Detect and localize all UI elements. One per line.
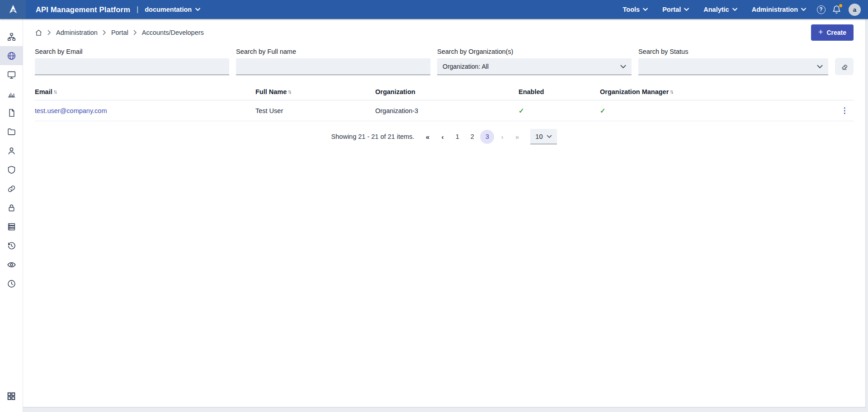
filter-email: Search by Email [35, 48, 229, 75]
column-header-full-name[interactable]: Full Name ↑↓ [255, 88, 375, 95]
menu-administration[interactable]: Administration [745, 0, 813, 19]
cell-enabled: ✓ [519, 107, 600, 115]
sidebar-item-history[interactable] [0, 236, 23, 255]
filter-status-label: Search by Status [638, 48, 828, 55]
sidebar-item-servers[interactable] [0, 217, 23, 236]
history-icon [7, 241, 16, 251]
notifications-button[interactable] [829, 2, 844, 17]
table-header-row: Email ↑↓ Full Name ↑↓ Organization Enabl… [35, 83, 854, 100]
row-actions-kebab-icon[interactable]: ⋮ [835, 107, 854, 114]
email-search-input[interactable] [35, 58, 229, 75]
filter-status: Search by Status [638, 48, 828, 75]
sidebar-item-apps[interactable] [0, 387, 23, 406]
menu-tools-label: Tools [623, 6, 640, 13]
cell-organization-manager: ✓ [600, 107, 835, 115]
email-link[interactable]: test.user@company.com [35, 107, 107, 114]
sort-icon[interactable]: ↑↓ [670, 89, 674, 95]
chevron-right-icon [133, 30, 137, 35]
folder-icon [7, 127, 16, 137]
sidebar-item-audit[interactable] [0, 255, 23, 274]
chevron-down-icon [547, 135, 552, 138]
sitemap-icon [7, 32, 16, 42]
page-size-select[interactable]: 10 [530, 129, 557, 144]
organization-select[interactable]: Organization: All [437, 58, 632, 75]
column-header-organization: Organization [375, 88, 519, 95]
check-icon: ✓ [519, 107, 524, 114]
check-icon: ✓ [600, 107, 606, 114]
column-header-email-label: Email [35, 88, 52, 95]
pagination: Showing 21 - 21 of 21 items. « ‹ 1 2 3 ›… [35, 129, 854, 144]
column-header-organization-manager[interactable]: Organization Manager ↑↓ [600, 88, 835, 95]
column-header-full-name-label: Full Name [255, 88, 287, 95]
sidebar-item-portal[interactable] [0, 46, 23, 65]
previous-page-button[interactable]: ‹ [435, 130, 449, 144]
sidebar-item-permissions[interactable] [0, 198, 23, 217]
logo-icon [7, 4, 19, 15]
user-icon [7, 146, 16, 156]
environment-selector[interactable]: documentation [145, 6, 200, 13]
server-icon [7, 222, 16, 232]
menu-administration-label: Administration [752, 6, 798, 13]
top-navbar: API Management Platform | documentation … [0, 0, 868, 19]
breadcrumb-accounts-developers[interactable]: Accounts/Developers [142, 29, 204, 36]
menu-tools[interactable]: Tools [616, 0, 656, 19]
link-icon [7, 184, 16, 194]
full-name-search-input[interactable] [236, 58, 430, 75]
chevron-down-icon [801, 8, 806, 11]
cell-email: test.user@company.com [35, 107, 255, 114]
clock-icon [7, 279, 16, 289]
status-select[interactable] [638, 58, 828, 75]
filter-organization: Search by Organization(s) Organization: … [437, 48, 632, 75]
sidebar-item-documents[interactable] [0, 103, 23, 122]
menu-analytic[interactable]: Analytic [696, 0, 744, 19]
column-header-enabled: Enabled [519, 88, 600, 95]
page-button-2[interactable]: 2 [465, 130, 479, 144]
eraser-icon [840, 62, 849, 71]
sidebar-item-organizations[interactable] [0, 27, 23, 46]
environment-label: documentation [145, 6, 192, 13]
home-icon[interactable] [35, 29, 42, 37]
breadcrumb-administration[interactable]: Administration [56, 29, 98, 36]
help-icon: ? [817, 5, 826, 14]
cell-organization: Organization-3 [375, 107, 519, 114]
first-page-button[interactable]: « [420, 130, 434, 144]
menu-analytic-label: Analytic [703, 6, 729, 13]
menu-portal[interactable]: Portal [655, 0, 696, 19]
avatar[interactable]: a [849, 4, 861, 16]
sidebar-item-analytics[interactable] [0, 84, 23, 103]
breadcrumb-portal[interactable]: Portal [111, 29, 128, 36]
chevron-right-icon [47, 30, 51, 35]
create-button[interactable]: + Create [811, 24, 854, 41]
content-panel: Administration Portal Accounts/Developer… [23, 19, 866, 407]
sidebar-item-connections[interactable] [0, 179, 23, 198]
column-header-email[interactable]: Email ↑↓ [35, 88, 255, 95]
sidebar-item-tasks[interactable] [0, 274, 23, 293]
sidebar-item-console[interactable] [0, 65, 23, 84]
sort-icon[interactable]: ↑↓ [288, 89, 292, 95]
shield-icon [7, 165, 16, 175]
chevron-down-icon [684, 8, 689, 11]
menu-portal-label: Portal [662, 6, 681, 13]
notification-badge [839, 4, 842, 7]
page-button-1[interactable]: 1 [450, 130, 464, 144]
app-title: API Management Platform [36, 5, 130, 14]
column-header-organization-label: Organization [375, 88, 415, 95]
sidebar-item-users[interactable] [0, 141, 23, 160]
sidebar-item-folders[interactable] [0, 122, 23, 141]
pagination-summary: Showing 21 - 21 of 21 items. [331, 133, 415, 140]
chevron-right-icon [103, 30, 106, 35]
clear-filters-button[interactable] [835, 58, 854, 75]
page-button-3-active[interactable]: 3 [480, 130, 494, 144]
next-page-button[interactable]: › [495, 130, 509, 144]
help-button[interactable]: ? [813, 2, 829, 17]
sort-icon[interactable]: ↑↓ [53, 89, 57, 95]
eye-icon [7, 260, 16, 270]
chevron-down-icon [195, 8, 200, 11]
page-size-value: 10 [535, 133, 542, 140]
sidebar-item-security[interactable] [0, 160, 23, 179]
chevron-down-icon [732, 8, 737, 11]
chevron-down-icon [620, 65, 626, 69]
app-logo[interactable] [0, 0, 26, 19]
filters-bar: Search by Email Search by Full name Sear… [35, 48, 854, 75]
last-page-button[interactable]: » [510, 130, 524, 144]
